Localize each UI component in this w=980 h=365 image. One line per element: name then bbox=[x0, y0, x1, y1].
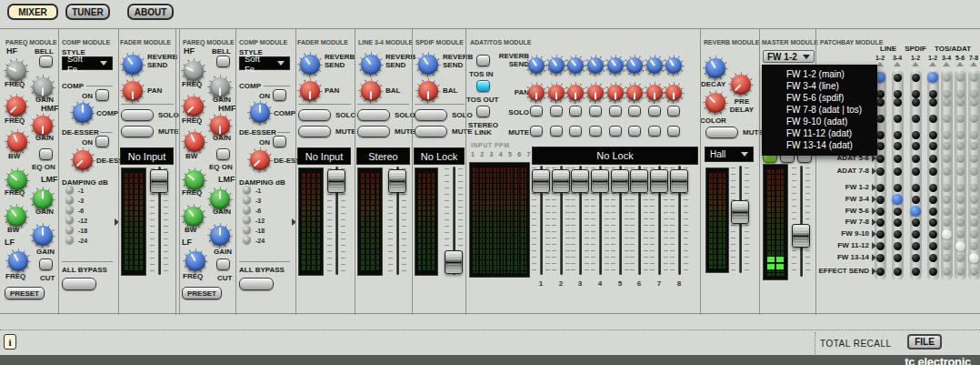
spdif-solo-button[interactable] bbox=[415, 109, 447, 121]
pan-knob[interactable] bbox=[120, 78, 145, 104]
patch-point[interactable] bbox=[970, 184, 978, 192]
lf-cut-button[interactable] bbox=[216, 259, 230, 270]
patch-point[interactable] bbox=[942, 229, 952, 239]
patch-point[interactable] bbox=[970, 98, 978, 106]
channel-fader[interactable] bbox=[150, 167, 168, 275]
patch-point[interactable] bbox=[970, 142, 978, 150]
info-button[interactable]: i bbox=[4, 334, 16, 350]
adat-mute-button-5[interactable] bbox=[609, 126, 622, 137]
patch-point[interactable] bbox=[912, 90, 920, 98]
patch-point[interactable] bbox=[943, 196, 951, 204]
preset-button[interactable]: PRESET bbox=[182, 287, 222, 299]
patch-point[interactable] bbox=[892, 194, 903, 205]
adat-solo-button-3[interactable] bbox=[569, 106, 582, 117]
patch-point[interactable] bbox=[876, 218, 885, 227]
spdif-reverb-send-knob[interactable] bbox=[415, 52, 441, 77]
patch-point[interactable] bbox=[894, 242, 902, 250]
patch-point[interactable] bbox=[956, 74, 965, 82]
patch-point[interactable] bbox=[970, 230, 978, 238]
patch-point[interactable] bbox=[956, 230, 965, 238]
patch-point[interactable] bbox=[912, 242, 920, 250]
fader-handle[interactable] bbox=[591, 169, 609, 193]
adat-mute-button-7[interactable] bbox=[648, 126, 661, 137]
patch-point[interactable] bbox=[876, 230, 885, 238]
patch-point[interactable] bbox=[912, 230, 920, 238]
line-fader[interactable] bbox=[388, 167, 406, 275]
patch-point[interactable] bbox=[943, 142, 951, 150]
master-menu-item[interactable]: FW 11-12 (adat) bbox=[762, 127, 877, 139]
adat-reverb-send-knob-8[interactable] bbox=[663, 55, 685, 76]
patch-point[interactable] bbox=[970, 155, 978, 163]
patch-point[interactable] bbox=[876, 167, 885, 176]
file-button[interactable]: FILE bbox=[907, 334, 942, 350]
lf-freq-knob[interactable] bbox=[183, 248, 208, 274]
color-knob[interactable] bbox=[703, 90, 728, 116]
comp-style-dropdown[interactable]: Soft Fe... bbox=[239, 56, 290, 70]
adat-mute-button-6[interactable] bbox=[628, 126, 641, 137]
reverb-preset-dropdown[interactable]: Hall bbox=[705, 147, 754, 162]
patch-point[interactable] bbox=[956, 167, 965, 176]
all-bypass-button[interactable] bbox=[62, 278, 96, 290]
patch-point[interactable] bbox=[894, 218, 902, 227]
patch-point[interactable] bbox=[912, 98, 920, 106]
lf-gain-knob[interactable] bbox=[30, 223, 55, 248]
patch-point[interactable] bbox=[912, 74, 920, 82]
tos-out-button[interactable] bbox=[476, 80, 490, 92]
channel-fader[interactable] bbox=[327, 167, 345, 275]
patch-point[interactable] bbox=[894, 98, 902, 106]
patch-point[interactable] bbox=[912, 155, 920, 163]
master-fader[interactable] bbox=[792, 166, 810, 277]
patch-point[interactable] bbox=[943, 208, 951, 216]
adat-pan-knob-8[interactable] bbox=[663, 82, 685, 104]
patch-point[interactable] bbox=[970, 90, 978, 98]
patch-point[interactable] bbox=[894, 167, 902, 176]
fader-handle[interactable] bbox=[571, 169, 589, 193]
patch-point[interactable] bbox=[894, 142, 902, 150]
patch-point[interactable] bbox=[912, 196, 920, 204]
patch-point[interactable] bbox=[943, 90, 951, 98]
patch-point[interactable] bbox=[912, 131, 920, 139]
reverb-send-knob[interactable] bbox=[297, 52, 323, 77]
patch-point[interactable] bbox=[912, 184, 920, 192]
patch-point[interactable] bbox=[929, 98, 937, 106]
adat-mute-button-2[interactable] bbox=[550, 126, 563, 137]
master-menu-item[interactable]: FW 13-14 (adat) bbox=[762, 139, 877, 151]
line-mute-button[interactable] bbox=[357, 126, 390, 137]
patch-point[interactable] bbox=[927, 72, 938, 83]
patch-point[interactable] bbox=[970, 74, 978, 82]
master-output-select[interactable]: FW 1-2 bbox=[763, 50, 815, 63]
patch-point[interactable] bbox=[876, 184, 885, 192]
patch-point[interactable] bbox=[894, 254, 902, 262]
adat-fader-4[interactable] bbox=[591, 166, 609, 275]
patch-point[interactable] bbox=[912, 268, 920, 276]
adat-fader-2[interactable] bbox=[552, 166, 570, 275]
tab-about[interactable]: ABOUT bbox=[127, 4, 174, 20]
patch-point[interactable] bbox=[929, 242, 937, 250]
fader-handle[interactable] bbox=[650, 169, 668, 193]
patch-point[interactable] bbox=[943, 242, 951, 250]
adat-solo-button-7[interactable] bbox=[648, 106, 661, 117]
patch-point[interactable] bbox=[894, 230, 902, 238]
patch-point[interactable] bbox=[894, 115, 902, 123]
adat-fader-8[interactable] bbox=[670, 166, 688, 275]
patch-point[interactable] bbox=[910, 206, 921, 217]
adat-fader-5[interactable] bbox=[611, 166, 629, 275]
patch-point[interactable] bbox=[894, 131, 902, 139]
adat-fader-3[interactable] bbox=[571, 166, 589, 275]
solo-button[interactable] bbox=[121, 109, 154, 121]
patch-point[interactable] bbox=[929, 115, 937, 123]
adat-fader-7[interactable] bbox=[650, 166, 668, 275]
tab-tuner[interactable]: TUNER bbox=[65, 4, 110, 20]
decay-knob[interactable] bbox=[703, 56, 728, 81]
pan-knob[interactable] bbox=[297, 78, 323, 104]
de-esser-on-button[interactable] bbox=[273, 136, 286, 147]
fader-handle[interactable] bbox=[792, 224, 810, 248]
reverb-mute-button[interactable] bbox=[705, 127, 738, 138]
line-solo-button[interactable] bbox=[357, 109, 390, 121]
patch-point[interactable] bbox=[970, 218, 978, 227]
patch-point[interactable] bbox=[956, 142, 965, 150]
de-ess-knob[interactable] bbox=[70, 147, 95, 173]
fader-handle[interactable] bbox=[388, 169, 406, 193]
reverb-fader[interactable] bbox=[731, 166, 749, 273]
patch-point[interactable] bbox=[956, 115, 965, 123]
